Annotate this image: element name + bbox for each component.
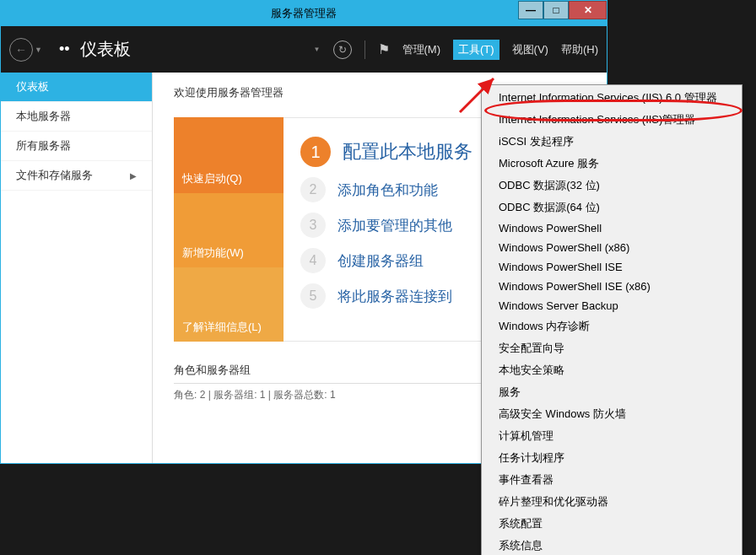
tools-menu-item[interactable]: 系统信息 bbox=[482, 535, 742, 555]
menu-tools[interactable]: 工具(T) bbox=[453, 40, 500, 60]
sidebar-item-label: 仪表板 bbox=[16, 79, 49, 94]
step-number: 3 bbox=[300, 213, 326, 238]
sidebar-item-file-storage[interactable]: 文件和存储服务 ▶ bbox=[1, 161, 152, 191]
nav-dropdown-icon[interactable]: ▼ bbox=[35, 46, 42, 54]
tools-menu-item[interactable]: Windows PowerShell (x86) bbox=[482, 238, 742, 257]
sidebar-item-label: 本地服务器 bbox=[16, 109, 71, 124]
tools-menu-item[interactable]: ODBC 数据源(64 位) bbox=[482, 197, 742, 218]
tools-menu-item[interactable]: 碎片整理和优化驱动器 bbox=[482, 491, 742, 513]
step-label: 创建服务器组 bbox=[338, 251, 424, 271]
tools-menu-item[interactable]: 系统配置 bbox=[482, 513, 742, 535]
separator bbox=[364, 40, 365, 59]
sidebar: 仪表板 本地服务器 所有服务器 文件和存储服务 ▶ bbox=[1, 73, 153, 463]
tools-menu-item[interactable]: 服务 bbox=[482, 381, 742, 403]
sidebar-item-label: 所有服务器 bbox=[16, 138, 71, 154]
menu-view[interactable]: 视图(V) bbox=[512, 42, 548, 57]
tile-quickstart[interactable]: 快速启动(Q) bbox=[174, 117, 284, 193]
chevron-down-icon[interactable]: ▼ bbox=[314, 46, 321, 53]
tools-dropdown[interactable]: Internet Information Services (IIS) 6.0 … bbox=[481, 84, 742, 555]
step-number: 4 bbox=[300, 248, 326, 273]
tools-menu-item[interactable]: 计算机管理 bbox=[482, 425, 742, 447]
chevron-right-icon: ▶ bbox=[130, 171, 137, 181]
step-number: 5 bbox=[300, 283, 326, 309]
tools-menu-item[interactable]: Windows 内存诊断 bbox=[482, 315, 742, 337]
tools-menu-item[interactable]: Windows Server Backup bbox=[482, 296, 742, 315]
tools-menu-item[interactable]: Windows PowerShell ISE (x86) bbox=[482, 277, 742, 296]
sidebar-item-dashboard[interactable]: 仪表板 bbox=[1, 73, 152, 102]
menu-manage[interactable]: 管理(M) bbox=[402, 42, 441, 57]
tools-menu-item[interactable]: 安全配置向导 bbox=[482, 337, 742, 359]
tile-label: 了解详细信息(L) bbox=[182, 320, 262, 335]
tools-menu-item[interactable]: 本地安全策略 bbox=[482, 359, 742, 381]
step-label: 将此服务器连接到 bbox=[338, 287, 452, 306]
menu-help[interactable]: 帮助(H) bbox=[561, 42, 598, 57]
tools-menu-item[interactable]: 高级安全 Windows 防火墙 bbox=[482, 403, 742, 425]
back-button[interactable]: ← bbox=[9, 38, 33, 62]
step-label: 添加角色和功能 bbox=[338, 181, 438, 200]
titlebar[interactable]: 服务器管理器 — □ ✕ bbox=[1, 1, 607, 26]
close-icon: ✕ bbox=[584, 4, 592, 16]
annotation-circle-icon bbox=[484, 100, 742, 121]
tile-whatsnew[interactable]: 新增功能(W) bbox=[174, 193, 284, 267]
tile-label: 快速启动(Q) bbox=[182, 171, 242, 186]
maximize-icon: □ bbox=[553, 4, 559, 16]
tools-menu-item[interactable]: 任务计划程序 bbox=[482, 447, 742, 469]
sidebar-item-all-servers[interactable]: 所有服务器 bbox=[1, 132, 152, 161]
window-title: 服务器管理器 bbox=[271, 6, 337, 21]
step-label: 添加要管理的其他 bbox=[338, 216, 452, 235]
arrow-left-icon: ← bbox=[15, 43, 27, 57]
step-number: 1 bbox=[300, 137, 331, 167]
tools-menu-item[interactable]: ODBC 数据源(32 位) bbox=[482, 175, 742, 197]
tools-menu-item[interactable]: iSCSI 发起程序 bbox=[482, 131, 742, 153]
tools-menu-item[interactable]: Microsoft Azure 服务 bbox=[482, 153, 742, 175]
breadcrumb-bullet-icon: •• bbox=[59, 40, 70, 58]
step-label: 配置此本地服务 bbox=[343, 139, 472, 164]
tools-menu-item[interactable]: Windows PowerShell ISE bbox=[482, 257, 742, 277]
tools-menu-item[interactable]: Windows PowerShell bbox=[482, 218, 742, 238]
tools-menu-item[interactable]: 事件查看器 bbox=[482, 469, 742, 491]
tile-label: 新增功能(W) bbox=[182, 245, 244, 261]
step-number: 2 bbox=[300, 177, 326, 202]
page-title: 仪表板 bbox=[80, 38, 131, 61]
toolbar: ← ▼ •• 仪表板 ▼ ↻ ⚑ 管理(M) 工具(T) 视图(V) 帮助(H) bbox=[1, 26, 607, 73]
refresh-icon: ↻ bbox=[338, 44, 347, 56]
maximize-button[interactable]: □ bbox=[543, 1, 569, 19]
sidebar-item-label: 文件和存储服务 bbox=[16, 168, 93, 183]
close-button[interactable]: ✕ bbox=[569, 1, 607, 19]
minimize-icon: — bbox=[526, 4, 536, 16]
sidebar-item-local-server[interactable]: 本地服务器 bbox=[1, 102, 152, 132]
tile-learnmore[interactable]: 了解详细信息(L) bbox=[174, 267, 284, 342]
refresh-button[interactable]: ↻ bbox=[333, 40, 352, 59]
minimize-button[interactable]: — bbox=[518, 1, 543, 19]
flag-icon[interactable]: ⚑ bbox=[378, 41, 390, 57]
